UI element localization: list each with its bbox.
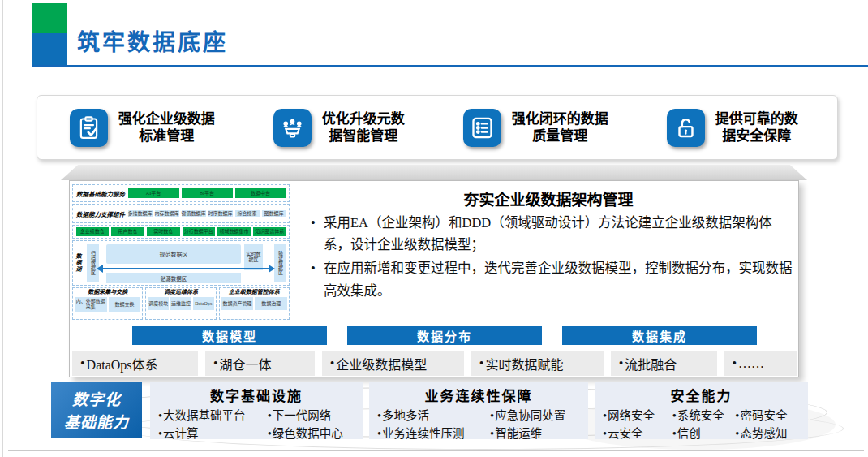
title-underline [32,65,868,67]
foundation-item: 云安全 [603,425,668,442]
warehouse-box: 知识图谱体系 [253,227,286,236]
meeting-icon [273,109,312,147]
governance-box: 数据交换 [109,297,141,312]
verify-zone: 验证数据区 [274,244,286,282]
foundation-item: 应急协同处置 [490,407,580,425]
component-box: 时序数据库 [208,210,233,218]
capability-item-security: 提供可靠的数 据安全保障 [634,109,831,147]
keyword-pill: 企业级数据模型 [322,351,464,376]
clipboard-check-icon [70,109,108,147]
foundation-panel-continuity: 业务连续性保障 多地多活 应急协同处置 业务连续性压测 智能运维 [369,382,588,439]
architecture-panel: 数据基础能力服务 AI平台 BI平台 数据中台 数据能力支撑组件 多维数据库 内… [69,180,799,377]
keyword-pill: 实时数据赋能 [471,351,604,376]
architecture-bullet-list: 采用EA（企业架构）和DDD（领域驱动设计）方法论建立企业级数据架构体系，设计企… [309,212,796,304]
governance-box: DataOps [193,297,214,310]
diagram-data-lake: 数据湖 归档数据区 规范数据区 贴源数据区 实时数据区 验证数据区 [72,240,290,286]
diagram-services-row: 数据基础能力服务 AI平台 BI平台 数据中台 [72,184,290,202]
warehouse-box: 企业级数仓 [76,227,110,236]
slide-bottom-edge [8,450,864,451]
realtime-zone: 实时数据区 [244,244,263,270]
foundation-item: 智能运维 [490,425,580,442]
foundation-item: 网络安全 [603,407,668,425]
foundation-item: 下一代网络 [268,407,355,425]
foundation-item: 绿色数据中心 [268,425,355,442]
component-box: 键值数据库 [182,210,206,218]
decorative-green-square [32,3,67,33]
component-box: 图数据库 [262,210,286,218]
foundation-item: 密码安全 [735,407,800,425]
governance-box: 内、外部数据采集 [75,297,107,312]
source-zone: 贴源数据区 [106,273,241,283]
section-bar-data-distribution: 数据分布 [347,326,542,345]
digital-foundation-label: 数字化 基础能力 [51,382,142,438]
diagram-warehouses-row: 企业级数仓 用户数仓 实时数仓 分行数据平台 领域数据集市 知识图谱体系 [72,225,290,239]
foundation-item: 多地多活 [377,407,485,425]
keyword-pill: …… [724,351,798,376]
foundation-item: 大数据基础平台 [158,407,263,425]
governance-box: 数据资产管理 [221,297,254,310]
warehouse-box: 分行数据平台 [183,227,216,236]
keyword-pill: DataOps体系 [72,351,198,376]
component-box: 多维数据库 [128,210,153,218]
capability-label: 提供可靠的数 据安全保障 [715,110,798,145]
capability-item-metadata: 优化升级元数 据智能管理 [241,109,438,147]
capability-item-quality: 强化闭环的数据 质量管理 [437,109,634,147]
foundation-item: 业务连续性压测 [377,425,485,442]
page-title: 筑牢数据底座 [77,24,228,57]
keyword-pill: 流批融合 [611,351,717,376]
service-box: AI平台 [128,188,179,199]
architecture-bullet: 在应用新增和变更过程中，迭代完善企业级数据模型，控制数据分布，实现数据高效集成。 [309,257,796,301]
capability-item-standards: 强化企业级数据 标准管理 [44,109,241,147]
governance-group: 企业级数据管控体系 数据资产管理 数据治理 [219,287,290,320]
service-box: BI平台 [182,188,233,199]
component-box: 内存数据库 [155,210,179,218]
capability-label: 优化升级元数 据智能管理 [322,110,405,145]
governance-box: 运维监控 [170,297,191,310]
foundation-item: 态势感知 [735,425,800,442]
keyword-pill-row: DataOps体系 湖仓一体 企业级数据模型 实时数据赋能 流批融合 …… [72,351,797,376]
architecture-bullet: 采用EA（企业架构）和DDD（领域驱动设计）方法论建立企业级数据架构体系，设计企… [309,212,796,256]
foundation-item: 云计算 [158,425,263,442]
foundation-item: 系统安全 [672,407,731,425]
component-box: 综合搜索 [235,210,260,218]
foundation-panel-security: 安全能力 网络安全 系统安全 密码安全 云安全 信创 态势感知 [595,382,808,439]
service-box: 数据中台 [235,188,286,199]
components-label: 数据能力支撑组件 [75,209,127,218]
section-bar-data-model: 数据模型 [132,326,327,345]
foundation-item: 信创 [672,425,731,442]
keyword-pill: 湖仓一体 [205,351,315,376]
platform-diagram: 数据基础能力服务 AI平台 BI平台 数据中台 数据能力支撑组件 多维数据库 内… [72,184,290,324]
lock-icon [667,109,705,147]
diagram-components-row: 数据能力支撑组件 多维数据库 内存数据库 键值数据库 时序数据库 综合搜索 图数… [72,204,290,223]
diagram-governance-row: 数据采集与交换 内、外部数据采集 数据交换 调度运维体系 调度模块 运维监控 D… [72,287,290,320]
warehouse-box: 实时数仓 [147,227,180,236]
governance-group: 数据采集与交换 内、外部数据采集 数据交换 [72,287,143,320]
archive-zone: 归档数据区 [87,244,99,282]
capability-label: 强化企业级数据 标准管理 [118,110,215,145]
data-lake-label: 数据湖 [74,253,82,273]
checklist-icon [463,109,501,147]
panel-3d-edge [61,165,807,180]
services-label: 数据基础能力服务 [75,189,127,198]
warehouse-box: 领域数据集市 [217,227,251,236]
governance-group: 调度运维体系 调度模块 运维监控 DataOps [145,287,216,320]
slide-left-edge [2,0,3,457]
standard-zone: 规范数据区 [106,244,241,264]
warehouse-box: 用户数仓 [111,227,144,236]
governance-box: 数据治理 [255,297,287,310]
foundation-panel-infrastructure: 数字基础设施 大数据基础平台 下一代网络 云计算 绿色数据中心 [150,382,363,439]
data-flow-arrow [102,268,269,269]
capability-bar: 强化企业级数据 标准管理 优化升级元数 据智能管理 [37,95,838,160]
section-bar-data-integration: 数据集成 [562,326,757,345]
decorative-blue-square [32,33,67,65]
architecture-section-title: 夯实企业级数据架构管理 [301,188,796,209]
capability-label: 强化闭环的数据 质量管理 [512,110,608,145]
governance-box: 调度模块 [148,297,169,310]
